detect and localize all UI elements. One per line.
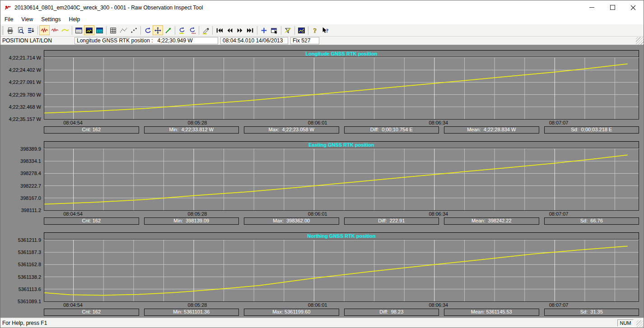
- grid-display-button[interactable]: [108, 25, 118, 35]
- point-plot-mode-button[interactable]: [129, 25, 139, 35]
- rotate-yellow-icon: [178, 27, 186, 34]
- y-tick-label: 4;22;24.402 W: [9, 67, 41, 73]
- toolbar-separator: [281, 26, 281, 35]
- last-record-icon: [247, 27, 254, 34]
- first-record-icon: [215, 27, 223, 34]
- time-series-red-2-button[interactable]: [50, 25, 60, 35]
- histogram-window-button[interactable]: [296, 25, 307, 35]
- graph-display-window-icon: [85, 27, 93, 34]
- pan-view-button[interactable]: [153, 25, 163, 35]
- filter-icon: [284, 27, 292, 34]
- maximize-icon: [610, 5, 615, 10]
- x-tick-label: 08:06:34: [429, 120, 448, 125]
- chart-canvas: [44, 58, 639, 119]
- rotate-red-button[interactable]: [187, 25, 197, 35]
- toolbar-grip[interactable]: [2, 26, 4, 35]
- export-list-button[interactable]: [26, 25, 36, 35]
- last-record-button[interactable]: [245, 25, 256, 35]
- attitude-display-window-button[interactable]: En: [94, 25, 105, 35]
- context-help-button[interactable]: ?: [320, 25, 331, 35]
- app-icon: [5, 4, 12, 11]
- window-title: 20130614_0801_em2040C_wreck_300 - 0001 -…: [14, 5, 203, 11]
- chart-easting: Easting GNSS RTK position 398389.9 39833…: [44, 141, 639, 225]
- toolbar-separator: [106, 26, 107, 35]
- toolbar-separator: [212, 26, 213, 35]
- minimize-button[interactable]: [581, 0, 602, 14]
- rotate-view-button[interactable]: [142, 25, 153, 35]
- time-series-red-2-icon: [51, 27, 59, 34]
- svg-text:En: En: [98, 29, 102, 33]
- prev-record-button[interactable]: [224, 25, 235, 35]
- chart-stats-row: Cnt: 162 Min: 4;22;33.812 W Max: 4;22;23…: [44, 126, 639, 134]
- chart-title: Longitude GNSS RTK position: [44, 50, 639, 57]
- stat-min: Min: 5361101.36: [144, 309, 239, 316]
- chart-title: Northing GNSS RTK position: [44, 232, 639, 240]
- help-button[interactable]: ?: [310, 25, 320, 35]
- y-tick-label: 4;22;32.468 W: [9, 104, 41, 110]
- filter-button[interactable]: [283, 25, 293, 35]
- stat-diff: Diff: 222.91: [344, 217, 439, 225]
- toolbar-separator: [199, 26, 199, 35]
- chart-plot-area[interactable]: 5361211.9 5361187.3 5361162.8 5361138.2 …: [44, 240, 639, 302]
- print-icon: [6, 27, 14, 34]
- toolbar-separator: [308, 26, 308, 35]
- print-preview-button[interactable]: [15, 25, 26, 35]
- chart-stats-row: Cnt: 162 Min: 398139.09 Max: 398362.00 D…: [44, 217, 639, 225]
- status-bar: For Help, press F1 NUM: [0, 318, 644, 328]
- infobar-resize-grip[interactable]: [636, 37, 644, 45]
- x-tick-label: 08:07:07: [549, 211, 569, 217]
- x-tick-label: 08:06:01: [308, 120, 327, 125]
- y-tick-label: 4;22;29.780 W: [9, 92, 41, 97]
- x-tick-label: 08:07:07: [549, 302, 569, 308]
- stat-sd: Sd: 66.76: [544, 217, 639, 225]
- next-record-icon: [236, 27, 244, 34]
- window-resize-grip[interactable]: [636, 320, 643, 327]
- y-tick-label: 5361138.2: [18, 274, 41, 280]
- menu-file[interactable]: File: [0, 15, 17, 24]
- y-tick-label: 398167.0: [20, 195, 41, 201]
- print-button[interactable]: [5, 25, 15, 35]
- y-tick-label: 5361113.6: [19, 286, 41, 292]
- menu-view[interactable]: View: [17, 15, 37, 24]
- line-plot-mode-button[interactable]: [118, 25, 129, 35]
- delete-data-icon: [202, 27, 210, 34]
- toolbar-separator: [140, 26, 141, 35]
- position-mode-label: POSITION LAT/LON: [0, 37, 75, 44]
- time-series-red-1-icon: [41, 27, 48, 34]
- time-series-red-1-button[interactable]: [39, 25, 50, 35]
- stat-max: Max: 398362.00: [244, 217, 339, 225]
- stat-mean: Mean: 5361145.53: [444, 309, 539, 316]
- zoom-arrow-button[interactable]: [163, 25, 173, 35]
- y-tick-label: 5361211.9: [18, 237, 41, 243]
- delete-data-button[interactable]: [201, 25, 211, 35]
- chart-stats-row: Cnt: 162 Min: 5361101.36 Max: 5361199.60…: [44, 309, 639, 316]
- stat-max: Max: 5361199.60: [244, 309, 339, 316]
- x-tick-label: 08:06:34: [429, 302, 448, 308]
- text-display-window-button[interactable]: [74, 25, 84, 35]
- rotate-yellow-button[interactable]: [177, 25, 187, 35]
- chart-plot-area[interactable]: 398389.9 398334.1 398278.4 398222.7 3981…: [44, 148, 639, 211]
- minimize-icon: [589, 5, 594, 10]
- stat-sd: Sd: 31.35: [544, 309, 639, 316]
- next-record-button[interactable]: [235, 25, 245, 35]
- stat-mean: Mean: 4;22;28.834 W: [444, 126, 539, 134]
- prev-record-icon: [226, 27, 233, 34]
- close-button[interactable]: [623, 0, 644, 14]
- toolbar-separator: [257, 26, 257, 35]
- print-preview-icon: [17, 27, 24, 34]
- toolbar: En ? ?: [0, 24, 644, 37]
- rotate-red-icon: [188, 27, 196, 34]
- stat-min: Min: 398139.09: [144, 217, 239, 225]
- add-marker-button[interactable]: [259, 25, 269, 35]
- time-series-yellow-button[interactable]: [60, 25, 70, 35]
- menu-settings[interactable]: Settings: [37, 15, 65, 24]
- chart-plot-area[interactable]: 4;22;21.714 W 4;22;24.402 W 4;22;27.091 …: [44, 57, 639, 120]
- first-record-button[interactable]: [214, 25, 224, 35]
- maximize-button[interactable]: [602, 0, 623, 14]
- chart-canvas: [44, 149, 639, 210]
- text-display-window-icon: [75, 27, 83, 34]
- select-window-button[interactable]: [269, 25, 280, 35]
- graph-display-window-button[interactable]: [84, 25, 94, 35]
- toolbar-separator: [175, 26, 175, 35]
- menu-help[interactable]: Help: [65, 15, 84, 24]
